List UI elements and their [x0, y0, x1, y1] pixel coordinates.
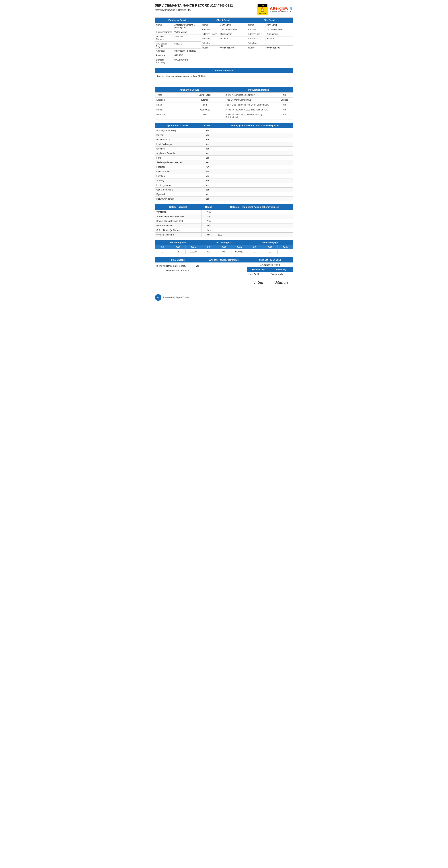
- installation-details-col: Installation Details Is The Accomodation…: [224, 87, 293, 120]
- check-result: Yes: [200, 133, 215, 137]
- table-row: Return Air/PlenumYes: [155, 197, 293, 201]
- safety-result-header: Result: [201, 204, 216, 210]
- install-rented-label: Is The Accomodation Rented?: [224, 93, 276, 97]
- check-defect: [215, 133, 293, 137]
- site-name-label: Name:: [247, 23, 265, 27]
- page-header: SERVICE/MANTAINANCE RECORD #12443-B-0211…: [155, 4, 293, 14]
- business-phone-row: Contact Phone(s): 07826924452: [155, 58, 201, 65]
- install-work-value: Service: [276, 97, 293, 102]
- appliance-location-row: Location: Kitchen: [155, 97, 224, 102]
- reading-val-4: 91: [201, 249, 216, 254]
- check-defect: [215, 147, 293, 151]
- header-left: SERVICE/MANTAINANCE RECORD #12443-B-0211…: [155, 4, 233, 11]
- appliance-details-header: Appliance Details: [155, 87, 224, 92]
- table-row: ElectricsYes: [155, 147, 293, 151]
- check-label: Fireplace: [155, 165, 200, 169]
- check-label: Electrics: [155, 147, 200, 151]
- client-telephone-row: Telephone:: [201, 41, 247, 45]
- client-postcode-label: Postcode:: [201, 36, 219, 41]
- check-defect: [215, 156, 293, 160]
- table-row: Smoke Pellet Flue Flow Test:N/A: [155, 214, 293, 219]
- table-row: Appliance ControlsYes: [155, 151, 293, 156]
- install-work-row: Type Of Work Carried Out? Service: [224, 97, 293, 102]
- business-gassafety-value: 501031: [173, 41, 201, 49]
- check-result: N/A: [200, 169, 215, 174]
- checks-col-header: Appliance - Checks: [155, 123, 200, 128]
- table-row: LocationYes: [155, 174, 293, 179]
- check-result: N/A: [200, 165, 215, 169]
- client-postcode-row: Postcode: B9 4AA: [201, 36, 247, 41]
- business-postcode-label: Postcode:: [155, 53, 173, 58]
- info-grid: Business Details Name: Afterglow Plumbin…: [155, 18, 293, 65]
- initial-comments-body: Annual boiler service Air intake on flue…: [155, 73, 293, 84]
- site-header: Site Details: [247, 18, 293, 23]
- reading-val-5: 9.0: [216, 249, 231, 254]
- readings-col-ratio3: Ratio: [278, 245, 293, 249]
- table-row: FireplaceN/A: [155, 165, 293, 169]
- check-label: Seals (appliance, case, etc): [155, 160, 200, 165]
- safety-col-header: Safety - general: [155, 204, 201, 210]
- table-row: Smoke Match Spillage Test:N/A: [155, 219, 293, 223]
- install-bonding-label: Is Electrical Bonding (where required) S…: [224, 112, 276, 120]
- reading3-header: 3rd reading/ign: [247, 240, 293, 245]
- safety-check-defect: [216, 214, 293, 219]
- client-col: Client Details Name: John Smith Address:…: [201, 18, 247, 65]
- client-address2-label: Address Line 2:: [201, 32, 219, 36]
- expert-trades-logo: ET: [155, 294, 161, 301]
- client-telephone-value: [219, 41, 247, 45]
- site-postcode-value: B9 4AA: [265, 36, 293, 41]
- safety-check-defect: [216, 210, 293, 214]
- business-license-value: 4053359: [173, 34, 201, 41]
- initial-comments-header: Initial Comments: [155, 68, 293, 73]
- readings-col-ratio1: Ratio: [186, 245, 201, 249]
- site-telephone-label: Telephone:: [247, 41, 265, 45]
- reading2-header: 2nd reading/max: [201, 240, 247, 245]
- business-address-label: Address:: [155, 49, 173, 53]
- table-row: Heat ExchangerYes: [155, 142, 293, 147]
- check-result: Yes: [200, 160, 215, 165]
- table-row: Ventilation:N/A: [155, 210, 293, 214]
- client-header: Client Details: [201, 18, 247, 23]
- business-engineer-row: Engineer Name: Victor Mullan: [155, 30, 201, 34]
- issued-by-header: Issuer By:: [270, 268, 293, 272]
- check-label: Pipework: [155, 192, 200, 197]
- issued-signature-img: Mullan: [275, 280, 288, 285]
- business-phone-value: 07826924452: [173, 58, 201, 65]
- reading-val-8: 00: [262, 249, 278, 254]
- reading-val-9: ———: [278, 249, 293, 254]
- install-work-label: Type Of Work Carried Out?: [224, 97, 276, 102]
- safety-check-defect: [216, 228, 293, 232]
- received-signature: J. Sm: [247, 277, 270, 288]
- check-result: Yes: [200, 137, 215, 142]
- readings-col-co2-1: CO2: [170, 245, 186, 249]
- readings-value-row: 0 7.8 0.0000 91 9.0 0.00010 0 00 ———: [155, 249, 293, 254]
- appliances-tested: 1 Appliances Tested: [247, 262, 293, 268]
- readings-section: 1st reading/min 2nd reading/max 3rd read…: [155, 240, 293, 254]
- table-row: PipeworkYes: [155, 192, 293, 197]
- expert-trades-logo-text: ET: [157, 297, 159, 299]
- table-row: Leaks gas/waterYes: [155, 183, 293, 188]
- check-label: Fans: [155, 156, 200, 160]
- received-by-header: Received By:: [247, 268, 270, 272]
- business-postcode-value: B26 1TG: [173, 53, 201, 58]
- received-by-name: John Smith: [247, 272, 270, 277]
- appliance-flue-row: Flue Type: RS: [155, 112, 224, 117]
- result-col-header: Result: [200, 123, 215, 128]
- check-defect: [215, 169, 293, 174]
- site-address2-row: Address line 2: Birmingham: [247, 32, 293, 36]
- final-checks-body: Is The Appliance Safe To Use? Yes Remedi…: [155, 262, 201, 284]
- check-result: Yes: [200, 183, 215, 188]
- check-result: Yes: [200, 142, 215, 147]
- company-name: Afterglow Plumbing & Heating Ltd.: [155, 8, 233, 11]
- reading-val-2: 7.8: [170, 249, 186, 254]
- check-label: Return Air/Plenum: [155, 197, 200, 201]
- appliance-model-row: Model: Vogue C32: [155, 107, 224, 112]
- site-postcode-row: Postcode: B9 4AA: [247, 36, 293, 41]
- appliance-type-value: Combi Boiler: [186, 93, 224, 97]
- footer: ET Powered By Expert Trades: [155, 292, 293, 301]
- safety-check-label: Flue Termination:: [155, 223, 201, 228]
- site-mobile-value: 07456335799: [265, 45, 293, 50]
- readings-col-ratio2: Ratio: [232, 245, 247, 249]
- check-result: Yes: [200, 197, 215, 201]
- client-name-value: John Smith: [219, 23, 247, 27]
